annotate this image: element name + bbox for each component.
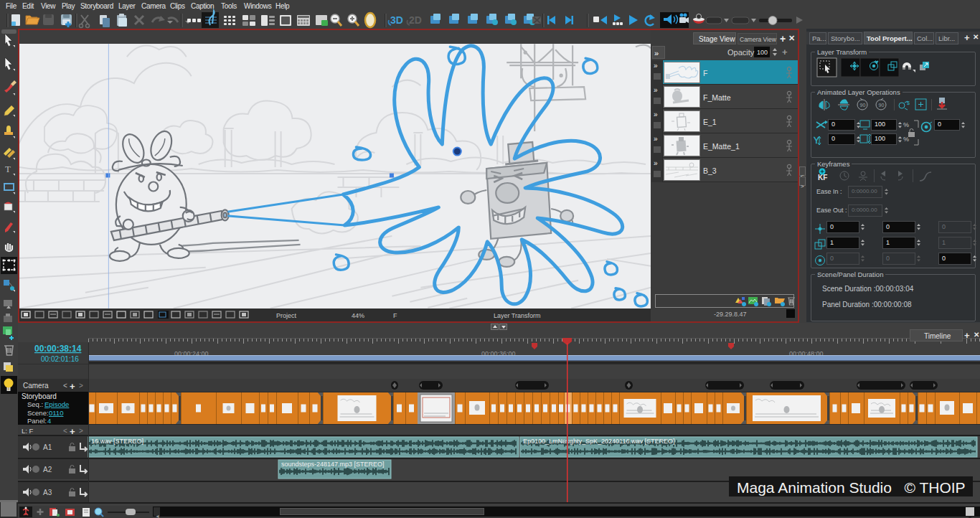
svg-text:Camera: Camera: [23, 382, 49, 390]
svg-text:Ep0100_LmNaughty_SpK_20240116.: Ep0100_LmNaughty_SpK_20240116.wav [STERE…: [523, 438, 674, 445]
svg-text:2D: 2D: [409, 14, 422, 26]
svg-text:soundsteps-248147.mp3 [STEREO]: soundsteps-248147.mp3 [STEREO]: [281, 461, 385, 468]
svg-text:A1: A1: [43, 443, 52, 451]
svg-text:KF: KF: [818, 174, 827, 182]
svg-text:00:00:38:14: 00:00:38:14: [34, 344, 82, 354]
svg-text:>: >: [79, 382, 83, 390]
svg-text:4: 4: [47, 417, 51, 425]
svg-text:Scene:: Scene:: [27, 409, 49, 417]
svg-text:0110: 0110: [49, 409, 63, 417]
svg-text:A2: A2: [43, 466, 52, 474]
svg-text:Seq.:: Seq.:: [27, 400, 43, 408]
svg-text:Storyboard: Storyboard: [22, 392, 57, 400]
svg-text:16.wav [STEREO]: 16.wav [STEREO]: [91, 438, 143, 445]
svg-text:Episode: Episode: [44, 400, 69, 408]
svg-text:$: $: [907, 100, 910, 105]
svg-text:00:02:01:16: 00:02:01:16: [41, 355, 79, 363]
svg-text:90: 90: [860, 103, 866, 108]
svg-text:90: 90: [879, 103, 885, 108]
svg-text:<: <: [63, 382, 67, 390]
svg-text:3D: 3D: [390, 14, 403, 26]
svg-text:T: T: [5, 164, 11, 174]
svg-text:A3: A3: [43, 489, 52, 496]
svg-text:+: +: [70, 381, 75, 392]
svg-text:Panel:: Panel:: [27, 417, 47, 425]
svg-text:>: >: [79, 427, 83, 435]
svg-text:L: F: L: F: [22, 427, 34, 435]
svg-text:<: <: [63, 427, 67, 435]
